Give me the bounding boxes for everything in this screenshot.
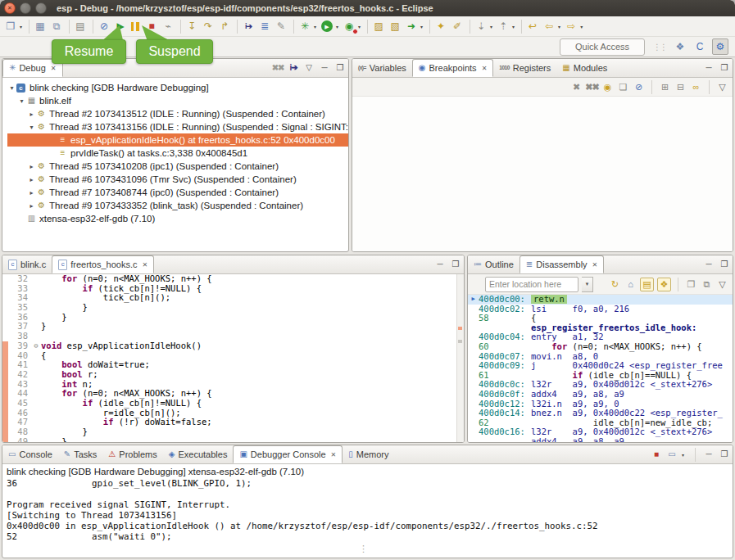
open-resource-icon[interactable]: ▧ bbox=[388, 19, 402, 34]
disassembly-listing[interactable]: ▶400d0c00:retw.n400d0c02:lsi f0, a0, 216… bbox=[468, 295, 733, 443]
window-close-button[interactable]: ✕ bbox=[4, 2, 16, 14]
expander-icon[interactable]: ▾ bbox=[17, 97, 26, 105]
home-icon[interactable]: ⌂ bbox=[624, 278, 637, 291]
debug-tree-row[interactable]: ▸⚙Thread #5 1073410208 (ipc1) (Suspended… bbox=[7, 160, 348, 173]
maximize-icon[interactable]: ❐ bbox=[719, 259, 730, 270]
edit-source-lookup-icon[interactable]: ✎ bbox=[274, 19, 288, 34]
external-tools-dropdown-icon[interactable]: ▾ bbox=[420, 24, 423, 29]
tab-blink-c[interactable]: cblink.c bbox=[2, 255, 52, 273]
new-icon[interactable]: ❐ bbox=[3, 19, 18, 34]
view-menu-icon[interactable]: ▽ bbox=[716, 81, 728, 93]
location-dropdown-icon[interactable]: ▼ bbox=[582, 277, 593, 292]
debug-tree-row[interactable]: ▥xtensa-esp32-elf-gdb (7.10) bbox=[7, 212, 348, 225]
tab-executables[interactable]: ◈Executables bbox=[163, 445, 234, 463]
previous-annotation-dropdown-icon[interactable]: ▾ bbox=[512, 24, 515, 29]
debug-tree-row[interactable]: ▸⚙Thread #7 1073408744 (ipc0) (Suspended… bbox=[7, 186, 348, 199]
tab-variables[interactable]: (x)=Variables bbox=[352, 59, 412, 77]
skip-all-breakpoints-icon[interactable]: ⊘ bbox=[633, 81, 645, 93]
close-icon[interactable]: ✕ bbox=[51, 65, 57, 72]
debug-tree-row[interactable]: ▸⚙Thread #9 1073433352 (blink_task) (Sus… bbox=[7, 199, 348, 212]
debug-tree-row[interactable]: ▾⚙Thread #3 1073413156 (IDLE : Running) … bbox=[7, 120, 348, 133]
remove-all-terminated-icon[interactable]: ✖✖ bbox=[272, 62, 284, 74]
debug-perspective-icon[interactable]: ⚙ bbox=[712, 38, 728, 55]
location-input[interactable]: Enter location here bbox=[485, 277, 578, 292]
debug-tree-row[interactable]: ▸⚙Thread #2 1073413512 (IDLE : Running) … bbox=[7, 107, 348, 120]
collapse-all-icon[interactable]: ⊟ bbox=[674, 81, 687, 93]
tab-breakpoints[interactable]: ◉Breakpoints✕ bbox=[412, 59, 494, 77]
collapse-icon[interactable]: ⊖ bbox=[31, 341, 41, 351]
debug-dropdown-icon[interactable]: ▾ bbox=[314, 24, 316, 29]
close-icon[interactable]: ✕ bbox=[143, 261, 148, 269]
debug-tree-row[interactable]: ≡esp_vApplicationIdleHook() at freertos_… bbox=[7, 133, 348, 147]
debug-tree-row[interactable]: ▾▦blink.elf bbox=[7, 94, 348, 107]
maximize-icon[interactable]: ❐ bbox=[334, 62, 346, 74]
quick-access-input[interactable]: Quick Access bbox=[560, 38, 645, 56]
sync-active-context-icon[interactable]: ❖ bbox=[657, 278, 671, 291]
overview-ruler[interactable] bbox=[456, 274, 464, 443]
display-selected-console-dropdown-icon[interactable]: ▾ bbox=[682, 452, 684, 458]
back-history-icon[interactable]: ⇦ bbox=[542, 19, 556, 34]
external-tools-icon[interactable]: ➜ bbox=[404, 19, 419, 34]
show-console-icon[interactable]: ≣ bbox=[257, 19, 272, 34]
next-annotation-icon[interactable]: ⇣ bbox=[474, 19, 488, 34]
console-output[interactable]: 36 gpio_set_level(BLINK_GPIO, 1); Progra… bbox=[2, 477, 733, 543]
tab-outline[interactable]: ≔Outline bbox=[468, 255, 519, 273]
previous-annotation-icon[interactable]: ⇡ bbox=[496, 19, 510, 34]
code-editor[interactable]: 32 for (n=0; n<MAX_HOOKS; n++) {33 if (t… bbox=[2, 274, 464, 443]
expand-all-icon[interactable]: ⊞ bbox=[659, 81, 671, 93]
last-edit-location-icon[interactable]: ↩ bbox=[525, 19, 540, 34]
remove-selected-breakpoints-icon[interactable]: ✖ bbox=[570, 81, 583, 93]
skip-all-breakpoints-icon[interactable]: ⊘ bbox=[97, 19, 111, 34]
close-icon[interactable]: ✕ bbox=[482, 65, 488, 72]
back-history-dropdown-icon[interactable]: ▾ bbox=[558, 24, 560, 29]
print-icon[interactable]: ▤ bbox=[73, 19, 88, 34]
disconnect-icon[interactable]: ⌁ bbox=[161, 19, 175, 34]
step-over-icon[interactable]: ↷ bbox=[201, 19, 216, 34]
show-breakpoints-for-target-icon[interactable]: ◉ bbox=[601, 81, 614, 93]
mark-occurrences-icon[interactable]: ✐ bbox=[450, 19, 465, 34]
minimize-icon[interactable]: ─ bbox=[319, 62, 330, 74]
go-to-file-for-breakpoint-icon[interactable]: ❏ bbox=[617, 81, 629, 93]
expander-icon[interactable]: ▾ bbox=[27, 124, 36, 131]
window-maximize-button[interactable] bbox=[35, 2, 47, 14]
forward-history-dropdown-icon[interactable]: ▾ bbox=[580, 24, 583, 29]
debug-tree-row[interactable]: ▸⚙Thread #6 1073431096 (Tmr Svc) (Suspen… bbox=[7, 173, 348, 186]
close-icon[interactable]: ✕ bbox=[331, 451, 337, 458]
terminate-icon[interactable]: ■ bbox=[651, 449, 662, 460]
search-icon[interactable]: ✦ bbox=[433, 19, 448, 34]
tab-debugger-console[interactable]: ▣Debugger Console✕ bbox=[233, 445, 343, 463]
save-icon[interactable]: ▦ bbox=[33, 19, 48, 34]
instruction-stepping-icon[interactable]: i➔ bbox=[241, 19, 256, 34]
tab-memory[interactable]: ▯Memory bbox=[343, 445, 394, 463]
expander-icon[interactable]: ▾ bbox=[7, 84, 16, 92]
tab-problems[interactable]: ⚠Problems bbox=[102, 445, 162, 463]
profile-icon[interactable]: ◉ bbox=[342, 19, 356, 34]
expander-icon[interactable]: ▸ bbox=[27, 163, 36, 170]
tab-console[interactable]: ▭Console bbox=[2, 445, 58, 463]
forward-history-icon[interactable]: ⇨ bbox=[564, 19, 578, 34]
maximize-icon[interactable]: ❐ bbox=[450, 259, 461, 270]
close-icon[interactable]: ✕ bbox=[592, 261, 598, 269]
open-perspective-icon[interactable]: ❖ bbox=[673, 39, 687, 54]
expander-icon[interactable]: ▸ bbox=[27, 176, 36, 183]
instruction-stepping-mode-icon[interactable]: i➔ bbox=[288, 62, 299, 74]
refresh-icon[interactable]: ↻ bbox=[609, 278, 621, 291]
save-all-icon[interactable]: ⧉ bbox=[49, 19, 64, 34]
tab-modules[interactable]: ▦Modules bbox=[556, 59, 613, 77]
minimize-icon[interactable]: ─ bbox=[434, 259, 446, 270]
run-dropdown-icon[interactable]: ▾ bbox=[336, 24, 338, 29]
debug-icon[interactable]: ✳ bbox=[297, 19, 312, 34]
profile-dropdown-icon[interactable]: ▾ bbox=[358, 24, 361, 29]
step-into-icon[interactable]: ↧ bbox=[184, 19, 199, 34]
new-dropdown-icon[interactable]: ▾ bbox=[20, 24, 22, 29]
debug-tree-row[interactable]: ▾cblink checking [GDB Hardware Debugging… bbox=[7, 81, 348, 94]
pin-icon[interactable]: ⧉ bbox=[701, 278, 713, 291]
suspend-icon[interactable] bbox=[131, 22, 139, 31]
minimize-icon[interactable]: ─ bbox=[703, 62, 715, 74]
expander-icon[interactable]: ▸ bbox=[27, 111, 36, 118]
display-selected-console-icon[interactable]: ▭ bbox=[666, 449, 678, 460]
cpp-perspective-icon[interactable]: C bbox=[692, 39, 707, 54]
window-minimize-button[interactable] bbox=[20, 2, 31, 14]
minimize-icon[interactable]: ─ bbox=[703, 259, 715, 270]
maximize-icon[interactable]: ❐ bbox=[719, 62, 730, 74]
